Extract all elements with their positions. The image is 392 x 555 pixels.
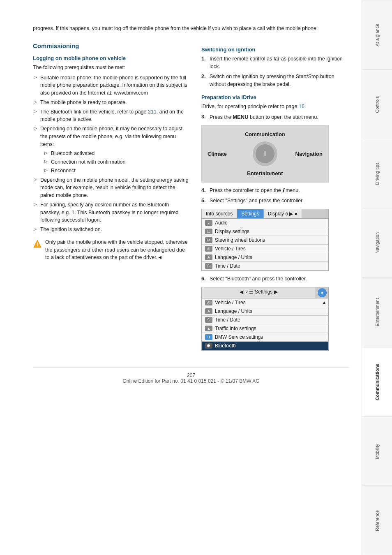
- step-4: 4.Press the controller to open the i̲ me…: [201, 187, 349, 194]
- sub-list-item: Bluetooth activated: [44, 150, 189, 157]
- page-link[interactable]: 211: [148, 109, 157, 115]
- step-5: 5.Select "Settings" and press the contro…: [201, 197, 349, 205]
- online-edition-text: Online Edition for Part no. 01 41 0 015 …: [33, 378, 349, 384]
- step-6-item: 6.Select "Bluetooth" and press the contr…: [201, 275, 349, 283]
- menu-item-label: Audio: [215, 220, 228, 226]
- menu-item-bluetooth[interactable]: ⭓ Bluetooth: [202, 342, 328, 350]
- warning-box: ! Only pair the mobile phone with the ve…: [33, 238, 189, 261]
- menu-item-label: Traffic Info settings: [215, 326, 256, 331]
- switching-heading: Switching on ignition: [201, 46, 349, 53]
- traffic-icon: ▲: [205, 326, 212, 331]
- display-icon: ☐: [205, 229, 212, 234]
- list-item: The Bluetooth link on the vehicle, refer…: [33, 108, 189, 124]
- tab-settings[interactable]: Settings: [237, 209, 263, 218]
- sidebar: At a glance Controls Driving tips Naviga…: [362, 0, 392, 555]
- language-icon: A: [205, 254, 212, 260]
- list-item: Depending on the mobile phone model, the…: [33, 176, 189, 199]
- menu-item-steering[interactable]: ⊙ Steering wheel buttons: [202, 236, 328, 245]
- idrive-label-left: Climate: [208, 151, 227, 157]
- tab-info-sources[interactable]: Info sources: [202, 209, 237, 218]
- sidebar-tab-mobility[interactable]: Mobility: [362, 416, 392, 486]
- bluetooth-menu-header: ◀ ✓☰ Settings ▶ ●: [202, 287, 328, 298]
- sidebar-tab-reference[interactable]: Reference: [362, 486, 392, 555]
- preparation-steps: 3.Press the MENU button to open the star…: [201, 113, 349, 121]
- menu-item-language[interactable]: A Language / Units: [202, 253, 328, 262]
- menu-item-traffic[interactable]: ▲ Traffic Info settings: [202, 324, 328, 333]
- menu-item-vehicle-tires[interactable]: ◎ Vehicle / Tires: [202, 245, 328, 253]
- preparation-intro: iDrive, for operating principle refer to…: [201, 103, 349, 111]
- steering-icon: ⊙: [205, 237, 212, 243]
- menu-item-label: Time / Date: [215, 263, 240, 269]
- page-number: 207: [33, 372, 349, 378]
- menu-item-label: Bluetooth: [215, 343, 236, 349]
- step-6: 6.Select "Bluetooth" and press the contr…: [201, 275, 349, 283]
- idrive-controller-inner: i: [256, 144, 274, 163]
- warning-icon: !: [33, 239, 42, 248]
- warning-text: Only pair the mobile phone with the vehi…: [45, 238, 189, 261]
- time-icon2: ⏱: [205, 317, 212, 323]
- intro-text: progress. If this happens, you must log …: [33, 25, 349, 32]
- menu-item-language2[interactable]: A Language / Units: [202, 307, 328, 316]
- language-icon2: A: [205, 308, 212, 314]
- page-footer: 207 Online Edition for Part no. 01 41 0 …: [33, 367, 349, 384]
- svg-text:!: !: [37, 242, 38, 247]
- idrive-label-top: Communication: [245, 131, 285, 137]
- preparation-heading: Preparation via iDrive: [201, 94, 349, 100]
- menu-item-label: Language / Units: [215, 308, 252, 314]
- settings-menu: Info sources Settings Display o ▶ ● ♪ Au…: [201, 209, 329, 271]
- commissioning-heading: Commissioning: [33, 42, 189, 49]
- sidebar-tab-driving-tips[interactable]: Driving tips: [362, 139, 392, 208]
- menu-item-time[interactable]: ⏱ Time / Date: [202, 262, 328, 271]
- menu-item-label: Vehicle / Tires: [215, 246, 246, 252]
- idrive-controller: i: [253, 141, 277, 166]
- list-item: The ignition is switched on.: [33, 226, 189, 234]
- list-item: Suitable mobile phone: the mobile phone …: [33, 74, 189, 97]
- menu-item-vehicle-tires2[interactable]: ◎ Vehicle / Tires ▲: [202, 298, 328, 307]
- header-dot: ●: [318, 288, 327, 297]
- scroll-indicator: ▲: [322, 300, 325, 305]
- menu-item-label: Vehicle / Tires: [215, 300, 246, 305]
- sidebar-tab-at-a-glance[interactable]: At a glance: [362, 0, 392, 69]
- tab-display[interactable]: Display o ▶ ●: [264, 209, 302, 218]
- idrive-label-bottom: Entertainment: [247, 170, 283, 176]
- idrive-label-right: Navigation: [295, 151, 323, 157]
- sub-list-item: Reconnect: [44, 167, 189, 175]
- menu-item-display[interactable]: ☐ Display settings: [202, 227, 328, 236]
- menu-item-label: BMW Service settings: [215, 334, 263, 340]
- audio-icon: ♪: [205, 220, 212, 226]
- logging-intro: The following prerequisites must be met:: [33, 64, 189, 72]
- menu-item-label: Time / Date: [215, 317, 240, 323]
- list-item: The mobile phone is ready to operate.: [33, 99, 189, 106]
- steps-4-5: 4.Press the controller to open the i̲ me…: [201, 187, 349, 205]
- bluetooth-icon: ⭓: [205, 343, 212, 349]
- prerequisites-list: Suitable mobile phone: the mobile phone …: [33, 74, 189, 234]
- step-2: 2.Switch on the ignition by pressing the…: [201, 73, 349, 88]
- menu-item-audio[interactable]: ♪ Audio: [202, 219, 328, 227]
- vehicle-icon: ◎: [205, 246, 212, 252]
- switching-steps: 1.Insert the remote control as far as po…: [201, 55, 349, 88]
- menu-tabs: Info sources Settings Display o ▶ ●: [202, 209, 328, 219]
- sidebar-tab-entertainment[interactable]: Entertainment: [362, 278, 392, 347]
- logging-heading: Logging on mobile phone on vehicle: [33, 55, 189, 61]
- bmw-icon: B: [205, 334, 212, 340]
- sidebar-tab-communications[interactable]: Communications: [362, 347, 392, 416]
- menu-item-bmw[interactable]: B BMW Service settings: [202, 333, 328, 342]
- sidebar-tab-navigation[interactable]: Navigation: [362, 208, 392, 278]
- time-icon: ⏱: [205, 263, 212, 269]
- menu-keyword: MENU: [233, 114, 248, 120]
- settings-header-tab: ◀ ✓☰ Settings ▶: [202, 287, 316, 298]
- idrive-image: Communication Climate Navigation Enterta…: [201, 125, 329, 183]
- sub-list: Bluetooth activated Connection not with …: [44, 150, 189, 174]
- page-link-16[interactable]: 16: [299, 104, 304, 109]
- sidebar-tab-controls[interactable]: Controls: [362, 69, 392, 139]
- list-item: For pairing, specify any desired number …: [33, 201, 189, 224]
- bluetooth-menu: ◀ ✓☰ Settings ▶ ● ◎ Vehicle / Tires ▲ A …: [201, 287, 329, 351]
- vehicle-icon2: ◎: [205, 300, 212, 305]
- menu-item-label: Steering wheel buttons: [215, 237, 265, 243]
- list-item: Depending on the mobile phone, it may be…: [33, 125, 189, 175]
- step-3: 3.Press the MENU button to open the star…: [201, 113, 349, 121]
- sub-list-item: Connection not with confirmation: [44, 158, 189, 166]
- menu-item-label: Display settings: [215, 229, 249, 234]
- step-1: 1.Insert the remote control as far as po…: [201, 55, 349, 71]
- menu-item-time2[interactable]: ⏱ Time / Date: [202, 316, 328, 324]
